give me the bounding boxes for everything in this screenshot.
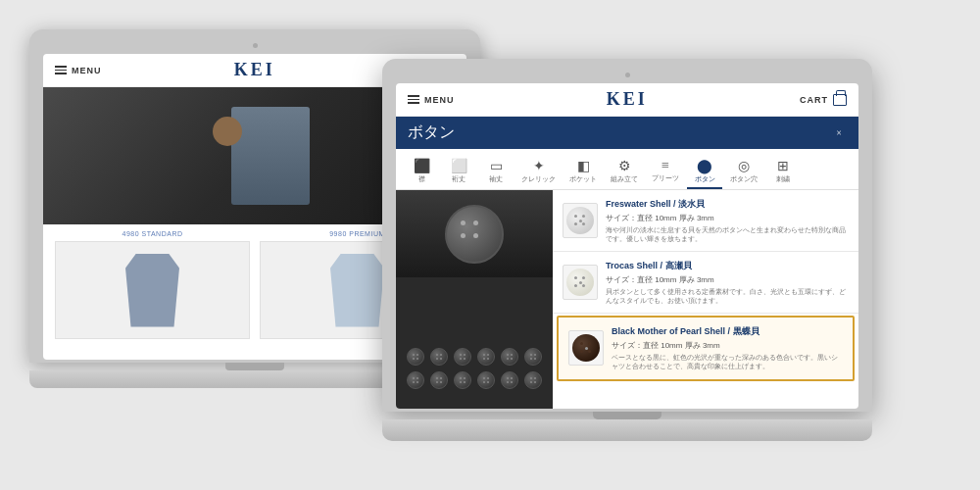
hamburger-icon bbox=[55, 66, 67, 74]
front-screen-outer: MENU KEI CART ボタン × bbox=[382, 59, 872, 412]
tab-kumitate-label: 組み立て bbox=[611, 174, 638, 184]
laptop-front: MENU KEI CART ボタン × bbox=[382, 59, 872, 451]
freswater-thumb bbox=[563, 203, 598, 238]
img-btn-3 bbox=[454, 348, 471, 366]
front-screen: MENU KEI CART ボタン × bbox=[396, 83, 858, 409]
modal: ボタン × ⬛ 襟 ⬜ 裄丈 bbox=[396, 117, 858, 409]
option-freswater[interactable]: Freswater Shell / 淡水貝 サイズ：直径 10mm 厚み 3mm… bbox=[553, 190, 858, 252]
trocas-button-thumb bbox=[566, 269, 594, 296]
freswater-size: サイズ：直径 10mm 厚み 3mm bbox=[606, 213, 849, 223]
tab-yukitake-label: 裄丈 bbox=[452, 174, 466, 184]
tab-pleats[interactable]: ≡ プリーツ bbox=[646, 155, 685, 189]
scene: MENU KEI CART 4980 STANDARD bbox=[0, 0, 980, 490]
back-product-1-label: 4980 STANDARD bbox=[55, 230, 250, 237]
tab-buttonhole-label: ボタン穴 bbox=[730, 174, 758, 184]
embroidery-icon: ⊞ bbox=[777, 158, 789, 174]
img-btn-4 bbox=[477, 348, 495, 366]
front-camera bbox=[625, 73, 630, 77]
front-header: MENU KEI CART bbox=[396, 83, 858, 117]
sodedake-icon: ▭ bbox=[490, 158, 503, 174]
img-btn-6 bbox=[524, 348, 542, 366]
modal-header: ボタン × bbox=[396, 117, 858, 149]
trocas-name: Trocas Shell / 高瀬貝 bbox=[606, 260, 849, 272]
tab-sodedake[interactable]: ▭ 袖丈 bbox=[478, 155, 514, 189]
front-cart-icon bbox=[833, 94, 847, 106]
img-btn-7 bbox=[407, 371, 424, 389]
tab-embroidery-label: 刺繍 bbox=[776, 174, 790, 184]
freswater-name: Freswater Shell / 淡水貝 bbox=[606, 198, 849, 211]
back-product-1[interactable]: 4980 STANDARD bbox=[55, 230, 250, 354]
tab-button-label: ボタン bbox=[695, 174, 715, 184]
buttonhole-icon: ◎ bbox=[738, 158, 750, 174]
cleric-icon: ✦ bbox=[533, 158, 545, 174]
front-cart[interactable]: CART bbox=[800, 94, 847, 106]
options-list: Freswater Shell / 淡水貝 サイズ：直径 10mm 厚み 3mm… bbox=[553, 190, 858, 409]
img-btn-2 bbox=[430, 348, 448, 366]
img-btn-11 bbox=[501, 371, 518, 389]
freswater-button-thumb bbox=[566, 207, 594, 234]
front-menu-label: MENU bbox=[424, 95, 455, 105]
front-menu[interactable]: MENU bbox=[408, 95, 455, 105]
tab-yukitake[interactable]: ⬜ 裄丈 bbox=[441, 155, 476, 189]
pleats-icon: ≡ bbox=[662, 158, 669, 173]
tab-cleric-label: クレリック bbox=[521, 174, 556, 184]
tab-kumitate[interactable]: ⚙ 組み立て bbox=[605, 155, 644, 189]
freswater-info: Freswater Shell / 淡水貝 サイズ：直径 10mm 厚み 3mm… bbox=[606, 198, 849, 243]
trocas-info: Trocas Shell / 高瀬貝 サイズ：直径 10mm 厚み 3mm 貝ボ… bbox=[606, 260, 849, 305]
front-app: MENU KEI CART ボタン × bbox=[396, 83, 858, 409]
back-hinge bbox=[225, 363, 284, 370]
tab-collar[interactable]: ⬛ 襟 bbox=[404, 155, 439, 189]
black-mop-size: サイズ：直径 10mm 厚み 3mm bbox=[612, 340, 843, 351]
tab-pocket[interactable]: ◧ ポケット bbox=[564, 155, 603, 189]
option-trocas[interactable]: Trocas Shell / 高瀬貝 サイズ：直径 10mm 厚み 3mm 貝ボ… bbox=[553, 252, 858, 314]
img-btn-10 bbox=[477, 371, 495, 389]
img-btn-12 bbox=[524, 371, 542, 389]
img-btn-5 bbox=[501, 348, 518, 366]
black-mop-info: Black Mother of Pearl Shell / 黒蝶貝 サイズ：直径… bbox=[612, 325, 843, 370]
shirt-shape-1 bbox=[125, 254, 179, 327]
front-cart-label: CART bbox=[800, 95, 828, 105]
yukitake-icon: ⬜ bbox=[451, 158, 467, 174]
shirt-shape-2 bbox=[330, 254, 384, 327]
modal-title: ボタン bbox=[408, 122, 455, 143]
button-image bbox=[396, 190, 553, 409]
freswater-desc: 海や河川の淡水に生息する貝を天然のボタンへと生まれ変わらせた特別な商品です。優し… bbox=[606, 225, 849, 243]
trocas-desc: 貝ボタンとして多く使用される定番素材です。白さ、光沢とも五環にすず、どんなスタイ… bbox=[606, 287, 849, 305]
black-mop-desc: ベースとなる黒に、虹色の光沢が重なった深みのある色合いです。黒いシャツと合わせる… bbox=[612, 353, 843, 370]
front-hamburger-icon bbox=[408, 95, 419, 104]
pocket-icon: ◧ bbox=[577, 158, 590, 174]
front-logo: KEI bbox=[607, 89, 648, 110]
tab-button[interactable]: ⬤ ボタン bbox=[687, 155, 722, 189]
button-icon: ⬤ bbox=[697, 158, 712, 174]
front-hinge bbox=[593, 412, 662, 419]
back-product-1-image bbox=[55, 241, 250, 339]
collar-icon: ⬛ bbox=[414, 158, 430, 174]
option-black-mop[interactable]: Black Mother of Pearl Shell / 黒蝶貝 サイズ：直径… bbox=[557, 316, 855, 380]
modal-content: Freswater Shell / 淡水貝 サイズ：直径 10mm 厚み 3mm… bbox=[396, 190, 858, 409]
modal-close-button[interactable]: × bbox=[831, 125, 847, 141]
tab-pleats-label: プリーツ bbox=[652, 173, 679, 183]
tab-pocket-label: ポケット bbox=[569, 174, 597, 184]
tab-embroidery[interactable]: ⊞ 刺繍 bbox=[765, 155, 801, 189]
back-menu[interactable]: MENU bbox=[55, 66, 102, 75]
tab-collar-label: 襟 bbox=[418, 174, 425, 184]
tab-sodedake-label: 袖丈 bbox=[489, 174, 503, 184]
trocas-thumb bbox=[563, 265, 598, 300]
tab-cleric[interactable]: ✦ クレリック bbox=[515, 155, 562, 189]
image-buttons bbox=[396, 190, 553, 409]
black-mop-name: Black Mother of Pearl Shell / 黒蝶貝 bbox=[612, 325, 843, 338]
black-mop-button-thumb bbox=[572, 334, 600, 362]
back-menu-label: MENU bbox=[72, 66, 102, 75]
img-btn-8 bbox=[430, 371, 448, 389]
img-btn-9 bbox=[454, 371, 471, 389]
back-camera bbox=[253, 43, 258, 48]
back-logo: KEI bbox=[234, 60, 275, 80]
kumitate-icon: ⚙ bbox=[618, 158, 631, 174]
trocas-size: サイズ：直径 10mm 厚み 3mm bbox=[606, 274, 849, 285]
img-btn-1 bbox=[407, 348, 424, 366]
category-tabs: ⬛ 襟 ⬜ 裄丈 ▭ 袖丈 bbox=[396, 149, 858, 190]
black-mop-thumb bbox=[568, 330, 604, 366]
tab-buttonhole[interactable]: ◎ ボタン穴 bbox=[724, 155, 763, 189]
front-base bbox=[382, 419, 872, 441]
